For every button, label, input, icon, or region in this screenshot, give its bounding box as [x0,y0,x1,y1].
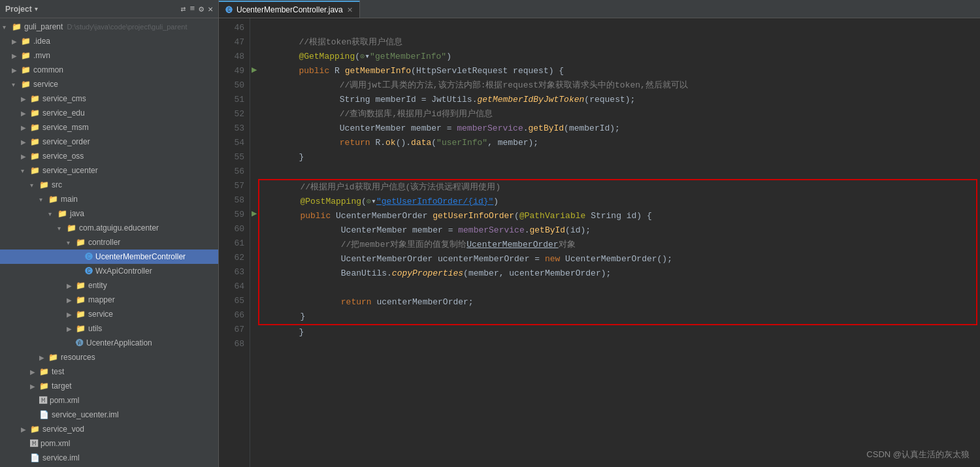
tree-item-common[interactable]: ▶ 📁 common [0,63,218,77]
tree-item-main[interactable]: ▾ 📁 main [0,192,218,206]
tree-label: UcenterMemberController [95,252,186,261]
tree-item-utils[interactable]: ▶ 📁 utils [0,321,218,336]
tree-label: common [33,65,63,74]
tree-label: controller [88,238,120,247]
run-icon-49[interactable]: ▶ [252,64,257,76]
tree-item-service-edu[interactable]: ▶ 📁 service_edu [0,106,218,120]
code-line-66: } [259,310,976,324]
tab-label: UcenterMemberController.java [237,5,343,14]
tree-item-mvn[interactable]: ▶ 📁 .mvn [0,48,218,63]
tree-item-ucenter-member-controller[interactable]: 🅒 UcenterMemberController [0,250,218,264]
tree-item-resources[interactable]: ▶ 📁 resources [0,350,218,364]
file-icon-java-tab: 🅒 [225,6,233,14]
code-line-63: BeanUtils.copyProperties(member, ucenter… [259,266,976,281]
code-line-61: //把member对象里面的值复制给UcenterMemberOrder对象 [259,238,976,252]
code-line-56 [258,165,980,179]
code-line-50: //调用jwt工具类的方法,该方法内部:根据request对象获取请求头中的to… [258,78,980,93]
code-line-57: //根据用户id获取用户信息(该方法供远程调用使用) [259,180,976,195]
project-label: Project [5,5,32,14]
tree-label: java [70,209,84,218]
tree-item-entity[interactable]: ▶ 📁 entity [0,278,218,293]
tree-label: service_oss [42,152,84,161]
tree-label: service_ucenter.iml [52,410,119,419]
tree-label: service_msm [42,123,89,132]
code-line-62: UcenterMemberOrder ucenterMemberOrder = … [259,252,976,266]
tree-label: WxApiController [95,266,152,276]
tree-label: service [88,310,113,319]
tree-item-service-order[interactable]: ▶ 📁 service_order [0,135,218,149]
tree-item-controller[interactable]: ▾ 📁 controller [0,235,218,250]
tree-label: main [61,195,78,204]
code-line-60: UcenterMember member = memberService.get… [259,223,976,238]
tree-item-target[interactable]: ▶ 📁 target [0,379,218,393]
code-line-53: UcenterMember member = memberService.get… [258,121,980,136]
tree-item-service-cms[interactable]: ▶ 📁 service_cms [0,91,218,106]
tree-item-service-msm[interactable]: ▶ 📁 service_msm [0,120,218,135]
code-line-59: public UcenterMemberOrder getUserInfoOrd… [259,209,976,223]
tree-item-src[interactable]: ▾ 📁 src [0,178,218,192]
tree-label: utils [88,324,102,333]
tree-label: com.atguigu.educenter [79,223,159,233]
tree-label: service_ucenter [42,166,98,175]
file-tree: ▾ 📁 guli_parent D:\study\java\code\proje… [0,18,218,467]
tree-label: src [52,180,62,189]
tree-item-mapper[interactable]: ▶ 📁 mapper [0,293,218,307]
code-line-55: } [258,150,980,165]
tree-label: .mvn [33,51,50,60]
tab-close-button[interactable]: ✕ [347,6,353,14]
sidebar-header: Project ▾ ⇄ ≡ ⚙ ✕ [0,0,218,18]
code-editor[interactable]: //根据token获取用户信息 @GetMapping(⊙▾"getMember… [250,18,980,357]
tree-item-pom-ucenter[interactable]: 🅼 pom.xml [0,393,218,408]
code-line-52: //查询数据库,根据用户id得到用户信息 [258,107,980,121]
code-line-58: @PostMapping(⊙▾"getUserInfoOrder/{id}") [259,195,976,209]
tree-item-service-inner[interactable]: ▶ 📁 service [0,307,218,321]
tree-label: service.iml [42,453,80,462]
tree-item-java[interactable]: ▾ 📁 java [0,206,218,221]
tree-item-service[interactable]: ▾ 📁 service [0,77,218,91]
tree-label: service_edu [42,108,85,118]
collapse-icon[interactable]: ≡ [190,4,195,14]
tree-item-service-iml[interactable]: 📄 service.iml [0,451,218,465]
chevron-down-icon[interactable]: ▾ [35,5,38,12]
close-icon[interactable]: ✕ [208,4,213,14]
tree-item-service-vod[interactable]: ▶ 📁 service_vod [0,422,218,436]
code-line-51: String memberId = JwtUtils.getMemberIdBy… [258,93,980,107]
sync-icon[interactable]: ⇄ [181,4,186,14]
tree-label: resources [61,353,95,362]
tree-item-pom[interactable]: 🅼 pom.xml [0,436,218,451]
tree-item-service-ucenter-iml[interactable]: 📄 service_ucenter.iml [0,408,218,422]
tabs-bar: 🅒 UcenterMemberController.java ✕ [219,0,980,18]
tree-label: service_cms [42,94,86,103]
code-line-46 [258,21,980,35]
code-line-47: //根据token获取用户信息 [258,35,980,50]
tree-label: pom.xml [41,439,70,448]
code-area: 46 47 48 49 50 51 52 53 54 55 56 57 58 5… [219,18,980,467]
code-line-67: } [258,325,980,340]
tree-label: mapper [88,295,115,304]
watermark: CSDN @认真生活的灰太狼 [866,449,970,460]
sidebar-toolbar: ⇄ ≡ ⚙ ✕ [181,4,213,14]
tree-item-wx-api-controller[interactable]: 🅒 WxApiController [0,264,218,278]
tree-item-ucenter-app[interactable]: 🅐 UcenterApplication [0,336,218,350]
tree-label: service [33,80,58,89]
tree-item-service-oss[interactable]: ▶ 📁 service_oss [0,149,218,163]
code-line-49: public R getMemberInfo(HttpServletReques… [258,64,980,78]
tree-label: service_order [42,137,90,146]
tree-item-test[interactable]: ▶ 📁 test [0,364,218,379]
settings-icon[interactable]: ⚙ [199,4,204,14]
code-line-54: return R.ok().data("userInfo", member); [258,136,980,150]
tab-ucenter-member-controller[interactable]: 🅒 UcenterMemberController.java ✕ [219,1,360,18]
tree-item-com-atguigu[interactable]: ▾ 📁 com.atguigu.educenter [0,221,218,235]
tree-item-idea[interactable]: ▶ 📁 .idea [0,34,218,48]
tree-label: pom.xml [50,396,79,405]
tree-item-guli-parent[interactable]: ▾ 📁 guli_parent D:\study\java\code\proje… [0,20,218,34]
tree-label: test [52,367,64,376]
run-icon-59[interactable]: ▶ [252,208,257,219]
line-numbers: 46 47 48 49 50 51 52 53 54 55 56 57 58 5… [219,18,250,467]
code-line-68 [258,340,980,354]
tree-label: entity [88,281,107,290]
tree-item-service-ucenter[interactable]: ▾ 📁 service_ucenter [0,163,218,178]
tree-label: service_vod [42,425,84,434]
editor-area: 🅒 UcenterMemberController.java ✕ 46 47 4… [219,0,980,467]
code-line-65: return ucenterMemberOrder; [259,295,976,310]
